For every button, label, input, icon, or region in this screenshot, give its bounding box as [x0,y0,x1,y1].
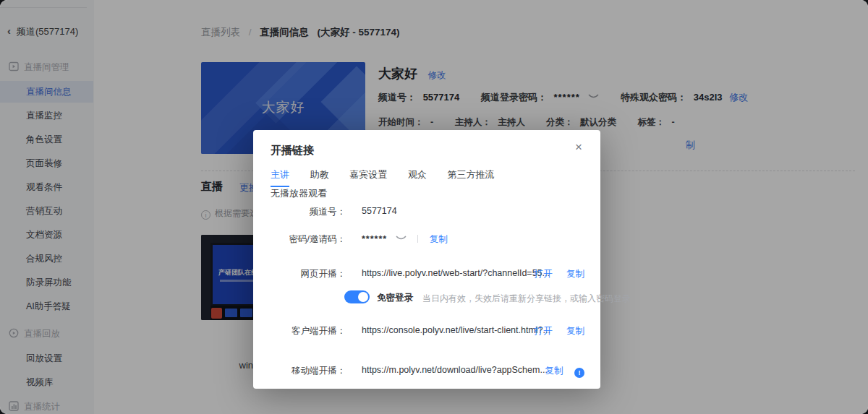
modal-password-value: ****** [362,234,387,244]
toggle-knob [358,292,368,302]
passwordless-login-label: 免密登录 [377,292,413,304]
show-password-icon[interactable] [396,233,407,243]
web-start-url: https://live.polyv.net/web-start/?channe… [362,268,550,278]
tab-presenter[interactable]: 主讲 [271,168,289,187]
copy-mobile-start-link[interactable]: 复制 [545,366,563,376]
tab-no-player-viewing[interactable]: 无播放器观看 [271,187,327,206]
web-start-label: 网页开播： [271,268,346,280]
mobile-start-url: https://m.polyv.net/download/live?appSch… [362,365,548,375]
close-icon[interactable]: × [571,140,586,155]
passwordless-login-row: 免密登录 当日内有效，失效后请重新分享链接，或输入密码登录 [344,290,586,305]
open-client-start-link[interactable]: 打开 [535,326,553,336]
tab-guest-settings[interactable]: 嘉宾设置 [349,168,387,187]
modal-tabs: 主讲 助教 嘉宾设置 观众 第三方推流 无播放器观看 [271,168,583,187]
modal-channel-row: 频道号： 5577174 [271,206,586,220]
modal-password-row: 密码/邀请码： ****** 复制 [271,233,586,248]
copy-password-link[interactable]: 复制 [430,234,448,244]
passwordless-login-description: 当日内有效，失效后请重新分享链接，或输入密码登录 [422,293,631,305]
open-web-start-link[interactable]: 打开 [535,269,553,279]
modal-password-label: 密码/邀请码： [271,233,346,246]
tab-assistant[interactable]: 助教 [310,168,329,187]
copy-client-start-link[interactable]: 复制 [566,326,584,336]
mobile-start-label: 移动端开播： [271,365,346,377]
modal-mobile-start-row: 移动端开播： https://m.polyv.net/download/live… [271,365,586,379]
client-start-label: 客户端开播： [271,325,346,337]
modal-web-start-row: 网页开播： https://live.polyv.net/web-start/?… [271,268,586,283]
vertical-separator [417,235,418,243]
tab-third-party-push[interactable]: 第三方推流 [448,168,495,187]
modal-client-start-row: 客户端开播： https://console.polyv.net/live/st… [271,325,586,340]
modal-channel-label: 频道号： [271,206,346,218]
broadcast-links-modal: 开播链接 × 主讲 助教 嘉宾设置 观众 第三方推流 无播放器观看 频道号： 5… [253,130,600,389]
modal-channel-value: 5577174 [362,206,397,216]
tab-audience[interactable]: 观众 [408,168,427,187]
passwordless-login-toggle[interactable] [344,290,370,303]
app-window: ‹频道(5577174) 直播间管理 直播间信息 直播监控 角色设置 页面装修 … [0,0,868,414]
copy-web-start-link[interactable]: 复制 [566,269,584,279]
modal-title: 开播链接 [271,144,314,158]
mobile-info-icon[interactable]: ! [574,368,584,378]
